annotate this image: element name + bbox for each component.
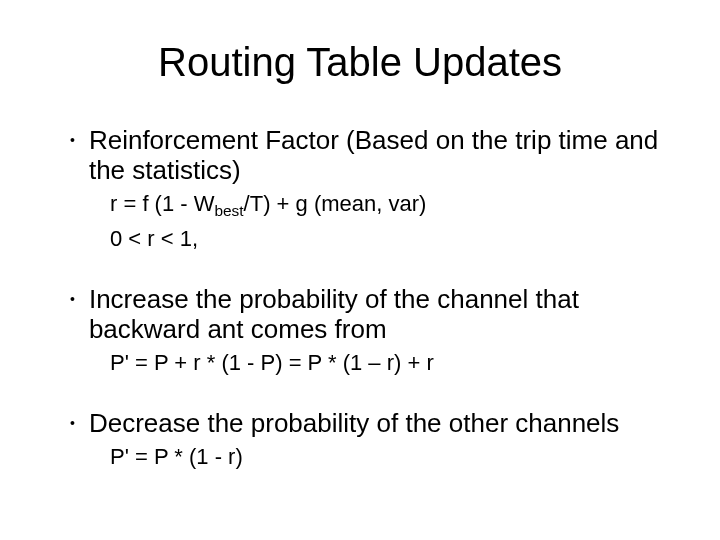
bullet-dot-icon: • <box>70 125 75 155</box>
bullet-dot-icon: • <box>70 284 75 314</box>
slide-title: Routing Table Updates <box>50 40 670 85</box>
bullet-item: •Increase the probability of the channel… <box>70 284 670 344</box>
slide-body: •Reinforcement Factor (Based on the trip… <box>50 125 670 470</box>
bullet-item: •Reinforcement Factor (Based on the trip… <box>70 125 670 185</box>
bullet-text: Reinforcement Factor (Based on the trip … <box>89 125 670 185</box>
bullet-text: Decrease the probability of the other ch… <box>89 408 670 438</box>
formula-line: P' = P + r * (1 - P) = P * (1 – r) + r <box>110 350 670 376</box>
bullet-dot-icon: • <box>70 408 75 438</box>
bullet-text: Increase the probability of the channel … <box>89 284 670 344</box>
formula-line: r = f (1 - Wbest/T) + g (mean, var) <box>110 191 670 224</box>
formula-line: P' = P * (1 - r) <box>110 444 670 470</box>
formula-line: 0 < r < 1, <box>110 226 670 252</box>
bullet-item: •Decrease the probability of the other c… <box>70 408 670 438</box>
